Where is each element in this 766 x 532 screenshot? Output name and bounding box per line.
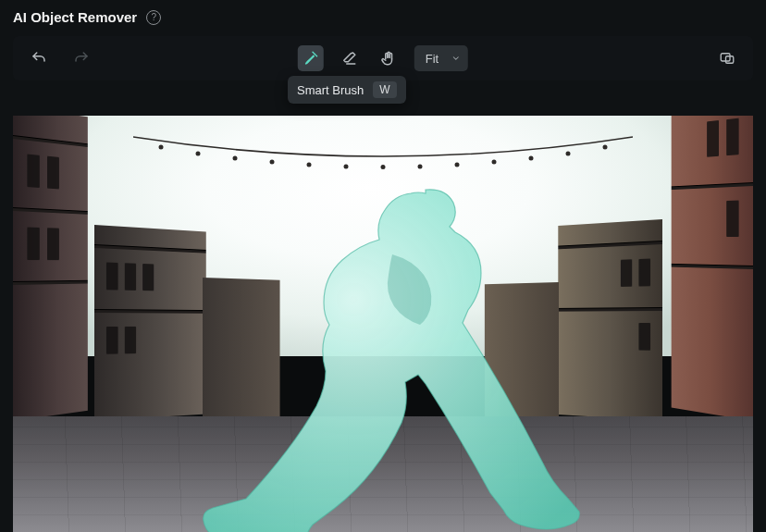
pan-hand-button[interactable] — [376, 45, 402, 71]
toolbar: Fit — [13, 36, 753, 80]
selection-mask — [178, 180, 566, 532]
tool-tooltip: Smart Brush W — [288, 76, 406, 104]
tooltip-label: Smart Brush — [297, 83, 364, 97]
image-canvas[interactable] — [13, 116, 753, 532]
eraser-button[interactable] — [337, 45, 363, 71]
compare-button[interactable] — [714, 45, 740, 71]
toolbar-right — [714, 45, 740, 71]
titlebar: AI Object Remover ? — [0, 0, 766, 32]
help-icon[interactable]: ? — [146, 10, 161, 25]
smart-brush-button[interactable] — [298, 45, 324, 71]
undo-button[interactable] — [26, 45, 52, 71]
zoom-select[interactable]: Fit — [414, 45, 468, 71]
toolbar-tools: Fit — [298, 45, 468, 71]
zoom-select-label: Fit — [426, 52, 439, 66]
toolbar-history — [26, 45, 94, 71]
chevron-down-icon — [451, 54, 461, 63]
tooltip-shortcut: W — [373, 81, 396, 98]
redo-button[interactable] — [68, 45, 94, 71]
page-title: AI Object Remover — [13, 9, 137, 25]
